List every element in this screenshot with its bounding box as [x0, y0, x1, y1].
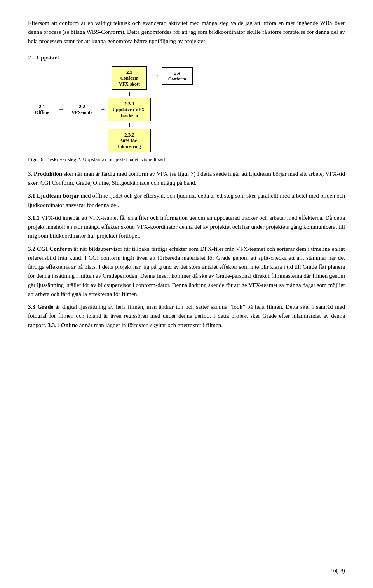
wbs-diagram-section: 2 – Uppstart 2.1 Offline → 2.2 VFX-möte …	[28, 54, 345, 152]
main-content: Eftersom att conform är en väldigt tekni…	[28, 19, 345, 330]
node-2-3: 2.3 Conform VFX-skott	[112, 66, 147, 90]
intro-paragraph: Eftersom att conform är en väldigt tekni…	[28, 19, 345, 46]
page-number: 16(38)	[331, 568, 345, 574]
arrow-3: →	[151, 72, 162, 78]
section-3-1-para: 3.1 Ljudteam börjar med offline ljudet o…	[28, 191, 345, 210]
node-2-2: 2.2 VFX-möte	[67, 101, 97, 118]
wbs-main-row: 2.1 Offline → 2.2 VFX-möte → 2.3 Conform…	[28, 66, 193, 152]
node-2-4: 2.4 Conform	[162, 67, 193, 85]
node-2-3-1: 2.3.1 Uppdatera VFX- trackern	[108, 98, 151, 121]
figure-caption: Figur 6: Beskriver steg 2. Uppstart av p…	[28, 156, 345, 163]
node-2-3-2: 2.3.2 50% för- fakturering	[108, 129, 151, 152]
node-2-1: 2.1 Offline	[28, 101, 56, 118]
section-3-intro-para: 3. Produktion sker när man är färdig med…	[28, 170, 345, 188]
sub-nodes-2-3: 2.3.1 Uppdatera VFX- trackern 2.3.2 50% …	[108, 92, 151, 152]
section-3-3-para: 3.3 Grade är digital ljussättning av hel…	[28, 303, 345, 330]
vert-line-2	[129, 123, 130, 127]
section-3-1-1-para: 3.1.1 VFX-tid innebär att VFX-teamet får…	[28, 214, 345, 241]
section-3-2-para: 3.2 CGI Conform är när bildsupervisor få…	[28, 245, 345, 299]
diagram-title: 2 – Uppstart	[28, 54, 59, 61]
vert-line-1	[129, 92, 130, 96]
diagram-container: 2 – Uppstart 2.1 Offline → 2.2 VFX-möte …	[28, 54, 193, 152]
node-2-3-group: 2.3 Conform VFX-skott 2.3.1 Uppdatera VF…	[108, 66, 151, 152]
arrow-2: →	[97, 106, 108, 112]
arrow-1: →	[56, 106, 67, 112]
